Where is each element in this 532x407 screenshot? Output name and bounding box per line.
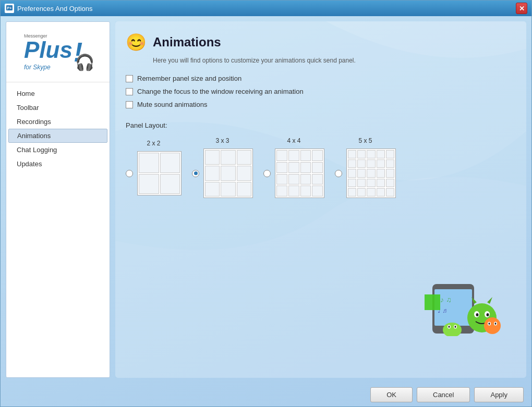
grid-cell [348, 179, 356, 187]
mute-sound-label: Mute sound animations [137, 101, 207, 108]
grid-cell [312, 150, 323, 161]
logo-plus-text: Plus [24, 39, 72, 61]
panel-layout-section: Panel Layout: 2 x 2 [126, 121, 516, 198]
svg-point-9 [476, 313, 479, 316]
logo-headphone-icon: 🎧 [75, 53, 94, 71]
radio-3x3[interactable] [192, 170, 199, 177]
radio-4x4[interactable] [263, 170, 271, 177]
change-focus-checkbox[interactable] [126, 88, 133, 95]
radio-grid-3x3 [192, 149, 253, 198]
change-focus-label: Change the focus to the window receiving… [137, 88, 304, 95]
svg-point-20 [455, 326, 456, 328]
grid-cell [221, 182, 235, 196]
logo-for-skype-text: for Skype [24, 64, 51, 71]
sidebar-item-toolbar[interactable]: Toolbar [6, 101, 110, 115]
page-header: 😊 Animations [126, 32, 516, 53]
apply-button[interactable]: Apply [474, 387, 524, 402]
sidebar-item-updates[interactable]: Updates [6, 157, 110, 171]
grid-preview-2x2[interactable] [137, 151, 182, 195]
grid-cell [386, 169, 394, 177]
grid-preview-4x4[interactable] [275, 149, 324, 198]
grid-cell [357, 188, 366, 196]
grid-cell [348, 169, 356, 177]
radio-grid-4x4 [263, 149, 324, 198]
grid-cell [221, 150, 235, 165]
label-2x2: 2 x 2 [147, 140, 160, 147]
layout-options: 2 x 2 [126, 137, 516, 198]
grid-cell [357, 150, 366, 158]
grid-cell [205, 166, 220, 180]
grid-cell [367, 150, 375, 158]
layout-option-2x2: 2 x 2 [126, 140, 182, 195]
grid-cell [367, 179, 375, 187]
grid-cell [276, 186, 287, 196]
sidebar-nav: Home Toolbar Recordings Animations Chat … [6, 82, 110, 377]
window-title: Preferences And Options [17, 5, 93, 13]
grid-cell [312, 162, 323, 173]
svg-point-14 [489, 323, 490, 325]
sidebar: Messenger Plus ! for Skype 🎧 Home Toolba… [6, 21, 110, 378]
title-bar: P+ Preferences And Options ✕ [1, 1, 531, 16]
grid-cell [276, 150, 287, 161]
grid-cell [237, 150, 251, 165]
grid-cell [357, 179, 366, 187]
grid-cell [386, 150, 394, 158]
content-inner: 😊 Animations Here you will find options … [126, 32, 516, 367]
layout-option-4x4: 4 x 4 [263, 137, 324, 198]
grid-cell [288, 162, 299, 173]
checkbox-row-1: Remember panel size and position [126, 75, 516, 82]
grid-cell [377, 150, 385, 158]
grid-cell [386, 179, 394, 187]
radio-2x2[interactable] [126, 170, 133, 177]
label-5x5: 5 x 5 [358, 137, 372, 144]
grid-cell [357, 159, 366, 168]
svg-text:P+: P+ [7, 6, 12, 10]
panel-layout-title: Panel Layout: [126, 121, 516, 129]
grid-cell [386, 159, 394, 168]
svg-point-10 [487, 313, 489, 316]
ok-button[interactable]: OK [370, 387, 413, 402]
sidebar-item-animations[interactable]: Animations [8, 129, 107, 143]
sidebar-item-home[interactable]: Home [6, 87, 110, 101]
grid-cell [377, 188, 385, 196]
grid-cell [288, 150, 299, 161]
grid-cell [288, 174, 299, 185]
mascot-decoration: ♪ ♫ ♩ ♬ [406, 263, 505, 336]
grid-cell [300, 150, 311, 161]
grid-cell [221, 166, 235, 180]
page-subtitle: Here you will find options to customize … [153, 57, 516, 64]
remember-panel-label: Remember panel size and position [137, 75, 241, 82]
radio-grid-2x2 [126, 151, 182, 195]
grid-cell [276, 174, 287, 185]
grid-preview-5x5[interactable] [346, 149, 396, 198]
grid-cell [348, 188, 356, 196]
grid-cell [367, 188, 375, 196]
layout-option-3x3: 3 x 3 [192, 137, 253, 198]
close-button[interactable]: ✕ [516, 3, 527, 14]
grid-cell [288, 186, 299, 196]
svg-text:♪ ♫: ♪ ♫ [440, 295, 451, 304]
label-3x3: 3 x 3 [215, 137, 229, 144]
checkbox-row-3: Mute sound animations [126, 101, 516, 108]
grid-cell [367, 169, 375, 177]
svg-point-11 [484, 317, 501, 334]
grid-cell [300, 162, 311, 173]
grid-cell [377, 179, 385, 187]
mute-sound-checkbox[interactable] [126, 101, 133, 108]
grid-cell [312, 174, 323, 185]
grid-preview-3x3[interactable] [203, 149, 253, 198]
grid-cell [237, 182, 251, 196]
sidebar-item-recordings[interactable]: Recordings [6, 115, 110, 129]
grid-cell [160, 174, 180, 194]
content-panel: 😊 Animations Here you will find options … [115, 21, 526, 378]
sidebar-item-chat-logging[interactable]: Chat Logging [6, 143, 110, 157]
checkbox-row-2: Change the focus to the window receiving… [126, 88, 516, 95]
radio-grid-5x5 [335, 149, 396, 198]
cancel-button[interactable]: Cancel [417, 387, 470, 402]
remember-panel-checkbox[interactable] [126, 75, 133, 82]
label-4x4: 4 x 4 [287, 137, 300, 144]
grid-cell [348, 150, 356, 158]
radio-5x5[interactable] [335, 170, 342, 177]
svg-point-19 [449, 326, 450, 328]
grid-cell [386, 188, 394, 196]
